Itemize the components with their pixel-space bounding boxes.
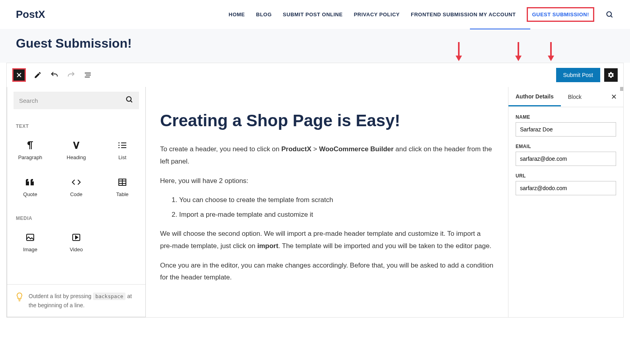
search-icon[interactable] [605,10,614,19]
section-label-text: TEXT [7,114,145,132]
block-paragraph[interactable]: Paragraph [7,132,53,169]
media-blocks-grid: Image Video [7,224,145,261]
nav-menu: HOME BLOG SUBMIT POST ONLINE PRIVACY POL… [229,7,614,22]
paragraph-icon [27,141,34,150]
svg-line-8 [131,101,132,102]
heading-icon [73,141,79,150]
scroll-indicator [620,87,623,91]
block-quote[interactable]: Quote [7,169,53,206]
edit-icon[interactable] [33,70,43,80]
settings-sidebar: Author Details Block ✕ NAME EMAIL URL [508,87,623,317]
post-content-area[interactable]: Creating a Shop Page is Easy! To create … [146,87,508,317]
name-label: NAME [516,114,616,120]
block-image[interactable]: Image [7,224,53,261]
editor-container: Submit Post TEXT Paragraph [6,63,624,318]
sidebar-tabs: Author Details Block ✕ [508,87,623,107]
nav-blog[interactable]: BLOG [256,12,272,17]
nav-active-underline [470,29,530,29]
undo-icon[interactable] [50,70,59,80]
image-icon [26,233,34,242]
url-field[interactable] [516,181,616,195]
site-header: PostX HOME BLOG SUBMIT POST ONLINE PRIVA… [0,0,630,29]
nav-home[interactable]: HOME [229,12,245,17]
block-label: Quote [23,191,37,197]
site-logo[interactable]: PostX [16,8,45,21]
tip-box: Outdent a list by pressing backspace at … [7,284,145,317]
tab-author-details[interactable]: Author Details [508,88,561,106]
block-label: Video [70,247,83,252]
block-video[interactable]: Video [53,224,99,261]
page-title: Guest Submission! [16,36,614,51]
tab-block[interactable]: Block [561,88,589,106]
list-icon [118,141,126,150]
name-field[interactable] [516,122,616,137]
svg-point-7 [127,97,131,102]
block-table[interactable]: Table [99,169,145,206]
section-label-media: MEDIA [7,206,145,224]
post-title[interactable]: Creating a Shop Page is Easy! [160,111,494,131]
sidebar-content: NAME EMAIL URL [508,107,623,210]
settings-button[interactable] [604,68,618,82]
block-search-box [14,92,139,109]
editor-body: TEXT Paragraph Heading List Quote [7,87,623,317]
block-label: Image [23,247,37,252]
url-label: URL [516,173,616,179]
block-code[interactable]: Code [53,169,99,206]
text-blocks-grid: Paragraph Heading List Quote Code [7,132,145,206]
close-inserter-button[interactable] [12,68,26,82]
block-label: Heading [67,154,86,160]
block-label: List [118,154,126,160]
search-icon[interactable] [126,96,133,105]
svg-point-0 [607,12,612,16]
nav-guest-submission[interactable]: GUEST SUBMISSION! [527,7,594,22]
page-title-bar: Guest Submission! [0,29,630,63]
block-list[interactable]: List [99,132,145,169]
video-icon [72,233,80,242]
block-label: Paragraph [18,154,43,160]
lightbulb-icon [16,293,23,303]
block-inserter-panel: TEXT Paragraph Heading List Quote [7,87,146,317]
svg-marker-21 [75,236,78,239]
block-heading[interactable]: Heading [53,132,99,169]
svg-line-1 [611,15,613,17]
editor-toolbar: Submit Post [7,63,623,87]
redo-icon[interactable] [66,70,76,80]
code-icon [72,178,81,187]
post-body[interactable]: To create a header, you need to click on… [160,143,494,283]
tip-text: Outdent a list by pressing backspace at … [29,292,137,310]
table-icon [118,178,126,187]
submit-post-button[interactable]: Submit Post [556,68,600,82]
email-label: EMAIL [516,144,616,149]
quote-icon [26,178,35,187]
document-outline-icon[interactable] [83,70,93,80]
nav-frontend-account[interactable]: FRONTEND SUBMISSION MY ACCOUNT [411,12,516,17]
block-label: Table [116,191,128,197]
email-field[interactable] [516,152,616,166]
block-label: Code [70,191,82,197]
nav-privacy[interactable]: PRIVACY POLICY [354,12,400,17]
nav-submit-post[interactable]: SUBMIT POST ONLINE [283,12,343,17]
search-input[interactable] [19,97,126,104]
